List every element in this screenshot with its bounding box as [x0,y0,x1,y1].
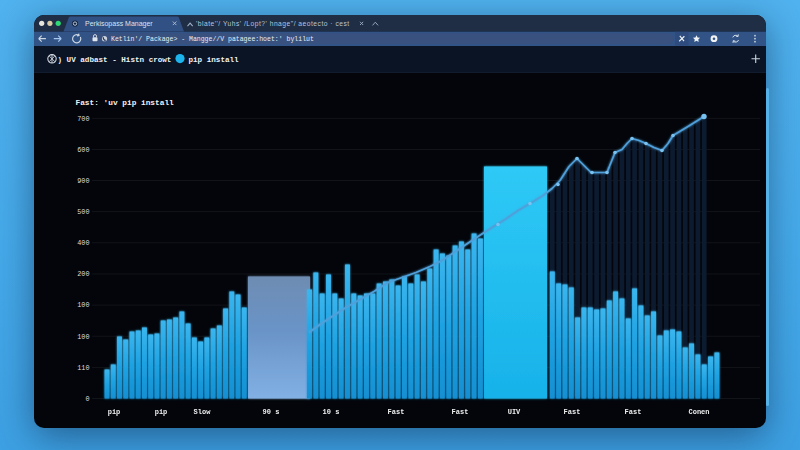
svg-text:10 s: 10 s [323,408,340,416]
svg-text:200: 200 [77,270,89,278]
svg-text:Fast: Fast [452,408,469,416]
svg-text:Fast: Fast [564,408,581,416]
svg-text:pip: pip [155,408,168,416]
svg-text:Conen: Conen [688,408,709,416]
svg-text:pip install: pip install [189,55,240,63]
svg-text:600: 600 [77,145,89,153]
svg-text:UIV: UIV [508,408,521,416]
svg-text:'blate''/ Yuhs' /Lopt?' hnage": 'blate''/ Yuhs' /Lopt?' hnage"/ aeotecto… [196,19,350,27]
svg-text:110: 110 [77,363,89,371]
svg-text:pip: pip [108,408,121,416]
svg-text:) UV adbast - Histn crowt: ) UV adbast - Histn crowt [58,55,172,63]
svg-text:Ketlin'/ Package> - Mangge//V: Ketlin'/ Package> - Mangge//V patagee:ho… [111,36,314,43]
svg-text:100: 100 [77,332,89,340]
svg-text:500: 500 [77,208,89,216]
svg-text:Fast: Fast [388,408,405,416]
svg-text:700: 700 [77,114,89,122]
svg-text:Perkisopass Manager: Perkisopass Manager [85,20,153,28]
svg-text:90 s: 90 s [263,408,280,416]
svg-text:Fast: Fast [625,408,642,416]
svg-text:400: 400 [77,239,89,247]
svg-text:Fast: 'uv pip install: Fast: 'uv pip install [76,99,175,107]
svg-text:0: 0 [85,394,89,402]
svg-text:Slow: Slow [194,408,212,416]
svg-text:100: 100 [77,301,89,309]
svg-text:900: 900 [77,176,89,184]
